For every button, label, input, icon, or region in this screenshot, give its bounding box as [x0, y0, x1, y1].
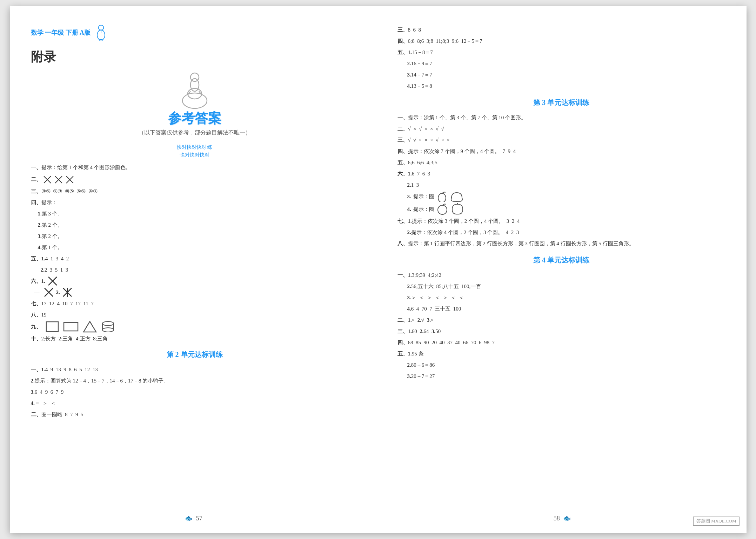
r-s3-liu4: 4.提示：圈 [397, 203, 725, 215]
cross-icon-3 [62, 287, 73, 298]
item-6-1: 六、1. [31, 276, 359, 286]
book-spread: 数学 一年级 下册 A版 附录 参考答案 （以下答案仅供参考，部分题目 [10, 6, 747, 533]
cross-icon-1 [47, 276, 58, 286]
r-s4-wu3: 3.20＋7＝27 [397, 371, 725, 381]
page-number-right: 58 🐟 [554, 514, 571, 522]
r-s4-yi1: 一、1.3;9;39 4;2;42 [397, 270, 725, 280]
svg-point-5 [182, 93, 207, 108]
r-s4-si: 四、68 85 90 20 40 37 40 66 70 6 98 7 [397, 337, 725, 348]
svg-point-1 [99, 25, 104, 31]
fu-lu-title: 附录 [31, 48, 359, 66]
r-s4-wu1: 五、1.95 条 [397, 348, 725, 359]
svg-point-30 [102, 328, 114, 332]
cross-icon-2 [44, 287, 54, 298]
watermark-area: 快对快对快对 练 快对快对快对 [31, 144, 359, 159]
svg-point-31 [438, 193, 446, 202]
item-5-1: 五、1.4 1 3 4 2 [31, 253, 359, 264]
s2-item-2: 2.提示：圈算式为 12－4，15－7，14－6，17－8 的小鸭子。 [31, 375, 359, 386]
section3-title: 第 3 单元达标训练 [397, 95, 725, 109]
r-s3-liu1: 六、1.6 7 6 3 [397, 168, 725, 179]
item-4-1: 1.第 3 个。 [31, 208, 359, 219]
page-left: 数学 一年级 下册 A版 附录 参考答案 （以下答案仅供参考，部分题目 [10, 6, 378, 533]
header-bar: 数学 一年级 下册 A版 [31, 24, 359, 41]
r-s3-san: 三、√ √ × × × √ × × [397, 135, 725, 145]
r-s3-liu2: 2.1 3 [397, 180, 725, 190]
item-4-4: 4.第 1 个。 [31, 242, 359, 253]
s2-item-3: 3.6 4 9 6 7 9 [31, 387, 359, 397]
shape-cylinder [101, 321, 115, 333]
item-2: 二、 [31, 174, 359, 185]
r-s3-qi2: 2.提示：依次涂 4 个圆，2 个圆，3 个圆。 4 2 3 [397, 227, 725, 238]
fish-icon-left: 🐟 [185, 515, 193, 522]
section4-title: 第 4 单元达标训练 [397, 253, 725, 267]
shape-triangle [83, 321, 97, 333]
watermark-line2: 快对快对快对 [31, 151, 359, 159]
r-s4-san: 三、1.60 2.64 3.50 [397, 326, 725, 337]
svg-rect-25 [64, 322, 78, 331]
shape-square [46, 321, 59, 332]
page-num-left: 57 [196, 515, 202, 522]
r-s2-4: 4.13－5＝8 [397, 81, 725, 91]
page-number-left: 🐟 57 [185, 514, 202, 522]
svg-marker-26 [83, 321, 96, 332]
r-s3-yi: 一、提示：涂第 1 个、第 3 个、第 7 个、第 10 个图形。 [397, 112, 725, 123]
fish-icon-right: 🐟 [563, 515, 571, 522]
s2-item-4: 4.＝ ＞ ＜ [31, 398, 359, 408]
fruit-icon-2 [450, 191, 464, 202]
r-s3-qi1: 七、1.提示：依次涂 3 个圆，2 个圆，4 个圆。 3 2 4 [397, 216, 725, 226]
svg-point-32 [438, 205, 447, 214]
item-7: 七、17 12 4 10 7 17 11 7 [31, 298, 359, 309]
item-5-2: 2.2 3 5 1 3 [31, 265, 359, 275]
r-s3-liu3: 3.提示：圈 [397, 191, 725, 202]
r-s2-3: 3.14－7＝7 [397, 69, 725, 80]
item-4-3: 3.第 2 个。 [31, 231, 359, 241]
fruit-icon-4 [451, 203, 464, 215]
item-8: 八、19 [31, 310, 359, 320]
item-4-label: 四、提示： [31, 197, 359, 208]
left-content: 一、提示：给第 1 个和第 4 个图形涂颜色。 二、 三、⑧⑨ ②③ ⑩⑤ ⑥⑨… [31, 162, 359, 420]
r-s2-san: 三、8 6 8 [397, 25, 725, 35]
item-4-2: 2.第 2 个。 [31, 220, 359, 230]
item-10: 十、2;长方 2;三角 4;正方 8;三角 [31, 333, 359, 344]
header-text: 数学 一年级 下册 A版 [31, 28, 91, 37]
page-right: 三、8 6 8 四、6;8 8;6 3;8 11;8;3 9;6 12－5＝7 … [378, 6, 747, 533]
right-content: 三、8 6 8 四、6;8 8;6 3;8 11;8;3 9;6 12－5＝7 … [397, 25, 725, 381]
svg-rect-24 [46, 322, 58, 332]
r-s3-ba: 八、提示：第 1 行圈平行四边形，第 2 行圈长方形，第 3 行圈圆，第 4 行… [397, 238, 725, 249]
r-s3-wu: 五、6;6 6;6 4;3;5 [397, 157, 725, 168]
item-9: 九、 [31, 321, 359, 333]
r-s3-er: 二、√ × √ × × √ √ [397, 124, 725, 134]
subtitle-note: （以下答案仅供参考，部分题目解法不唯一） [139, 129, 251, 137]
shape-rect [63, 321, 79, 332]
s2-item-er: 二、圈一圈略 8 7 9 5 [31, 409, 359, 420]
r-s4-wu2: 2.80＋6＝86 [397, 360, 725, 370]
header-icon [94, 24, 108, 41]
r-s2-wu1: 五、1.15－8＝7 [397, 47, 725, 58]
s2-item-1: 一、1.4 9 13 9 8 6 5 12 13 [31, 364, 359, 375]
fruit-icon-1 [436, 191, 448, 202]
r-s2-2: 2.16－9＝7 [397, 58, 725, 69]
cankao-title: 参考答案 [168, 109, 221, 127]
fruit-icon-3 [436, 203, 449, 215]
page-num-right: 58 [554, 515, 560, 522]
item-6-2: — 2. [31, 287, 359, 298]
item-3: 三、⑧⑨ ②③ ⑩⑤ ⑥⑨ ④⑦ [31, 186, 359, 197]
bowling-pin-icon [177, 71, 212, 109]
r-s4-yi2: 2.56;五十六 85;八十五 100;一百 [397, 281, 725, 292]
watermark-line1: 快对快对快对 练 [31, 144, 359, 151]
svg-point-8 [190, 73, 199, 81]
center-decoration: 参考答案 （以下答案仅供参考，部分题目解法不唯一） [31, 71, 359, 137]
item-1: 一、提示：给第 1 个和第 4 个图形涂颜色。 [31, 162, 359, 173]
r-s2-si: 四、6;8 8;6 3;8 11;8;3 9;6 12－5＝7 [397, 36, 725, 46]
r-s4-er: 二、1.× 2.√ 3.× [397, 315, 725, 325]
svg-point-27 [102, 321, 114, 326]
watermark-corner: 答题圈 MXQE.COM [693, 517, 739, 526]
r-s4-yi4: 4.6 4 70 7 三十五 100 [397, 304, 725, 314]
r-s3-si: 四、提示：依次涂 7 个圆，9 个圆，4 个圆。 7 9 4 [397, 146, 725, 157]
section2-title: 第 2 单元达标训练 [31, 347, 359, 361]
r-s4-yi3: 3.＞ ＜ ＞ ＜ ＞ ＜ ＜ [397, 292, 725, 303]
